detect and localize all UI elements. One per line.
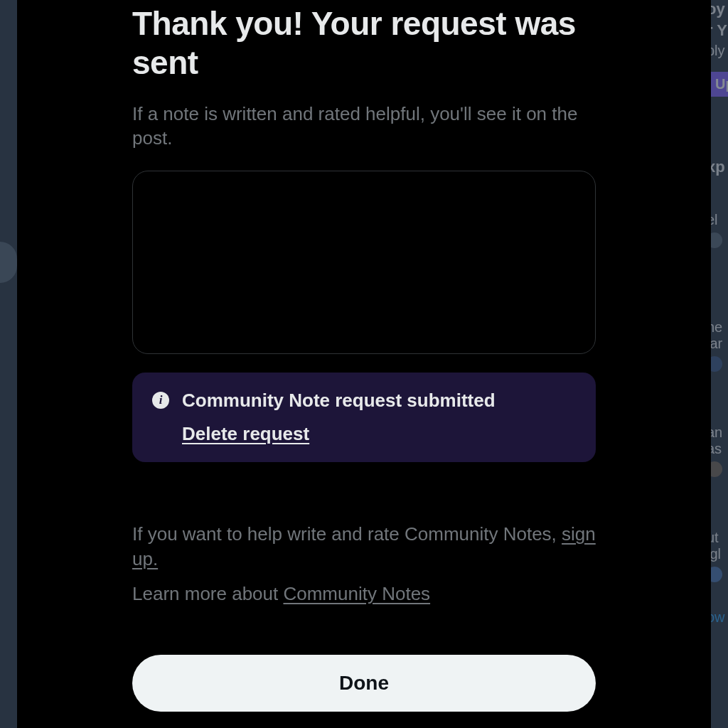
community-notes-link[interactable]: Community Notes	[283, 583, 430, 604]
modal-subtitle: If a note is written and rated helpful, …	[132, 102, 596, 151]
modal-title: Thank you! Your request was sent	[132, 0, 596, 82]
learn-more-text: Learn more about Community Notes	[132, 582, 596, 606]
request-sent-modal: Thank you! Your request was sent If a no…	[17, 0, 711, 728]
delete-request-link[interactable]: Delete request	[182, 423, 309, 444]
notification-title: Community Note request submitted	[182, 390, 496, 412]
notification-box: i Community Note request submitted Delet…	[132, 373, 596, 462]
info-icon: i	[152, 392, 169, 409]
post-preview-box	[132, 171, 596, 354]
signup-help-text: If you want to help write and rate Commu…	[132, 522, 596, 572]
done-button[interactable]: Done	[132, 655, 596, 712]
